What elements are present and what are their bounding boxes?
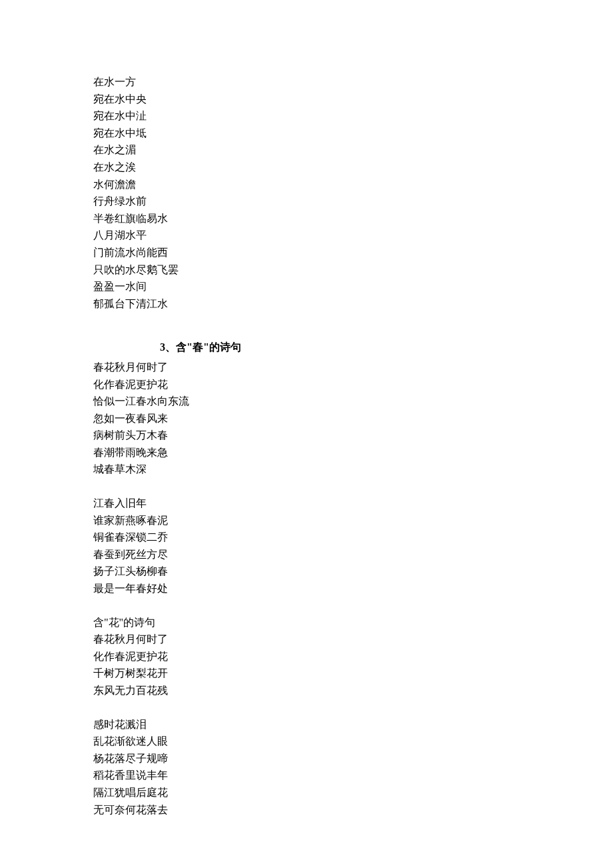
poem-line: 只吹的水尽鹅飞罢 [93,261,520,279]
poem-line: 铜雀春深锁二乔 [93,529,520,546]
blank-line [93,699,520,716]
poem-line: 郁孤台下清江水 [93,295,520,313]
poem-line: 春蚕到死丝方尽 [93,546,520,563]
poem-line: 乱花渐欲迷人眼 [93,733,520,750]
document-page: 在水一方 宛在水中央 宛在水中沚 宛在水中坻 在水之湄 在水之涘 水何澹澹 行舟… [0,0,613,868]
poem-line: 化作春泥更护花 [93,376,520,393]
poem-line: 宛在水中坻 [93,125,520,142]
poem-line: 最是一年春好处 [93,580,520,597]
poem-line: 盈盈一水间 [93,278,520,295]
poem-line: 在水之湄 [93,141,520,159]
poem-line: 门前流水尚能西 [93,244,520,261]
poem-line: 春花秋月何时了 [93,631,520,648]
poem-line: 化作春泥更护花 [93,648,520,665]
poem-line: 病树前头万木春 [93,427,520,444]
poem-line: 在水之涘 [93,159,520,176]
poem-line: 无可奈何花落去 [93,801,520,819]
poem-line: 东风无力百花残 [93,682,520,699]
poem-line: 宛在水中沚 [93,107,520,125]
poem-line: 城春草木深 [93,461,520,478]
section-2-group-1: 春花秋月何时了 化作春泥更护花 恰似一江春水向东流 忽如一夜春风来 病树前头万木… [93,359,520,478]
poem-line: 隔江犹唱后庭花 [93,784,520,801]
poem-line: 千树万树梨花开 [93,665,520,682]
poem-line: 恰似一江春水向东流 [93,393,520,410]
section-2-group-4: 感时花溅泪 乱花渐欲迷人眼 杨花落尽子规啼 稻花香里说丰年 隔江犹唱后庭花 无可… [93,716,520,819]
poem-line: 稻花香里说丰年 [93,767,520,784]
poem-line: 八月湖水平 [93,227,520,244]
poem-line: 水何澹澹 [93,176,520,193]
poem-line: 扬子江头杨柳春 [93,563,520,580]
poem-line: 江春入旧年 [93,495,520,512]
section-2-group-3: 含"花"的诗句 春花秋月何时了 化作春泥更护花 千树万树梨花开 东风无力百花残 [93,614,520,699]
blank-line [93,478,520,495]
section-1: 在水一方 宛在水中央 宛在水中沚 宛在水中坻 在水之湄 在水之涘 水何澹澹 行舟… [93,73,520,312]
poem-line: 行舟绿水前 [93,193,520,210]
blank-line [93,597,520,614]
poem-line: 春潮带雨晚来急 [93,444,520,461]
section-2-group-2: 江春入旧年 谁家新燕啄春泥 铜雀春深锁二乔 春蚕到死丝方尽 扬子江头杨柳春 最是… [93,495,520,597]
poem-line: 杨花落尽子规啼 [93,750,520,767]
poem-line: 忽如一夜春风来 [93,410,520,427]
poem-line: 谁家新燕啄春泥 [93,512,520,529]
section-heading-3: 3、含"春"的诗句 [160,339,520,356]
poem-line: 感时花溅泪 [93,716,520,733]
poem-line: 半卷红旗临易水 [93,210,520,227]
poem-line: 在水一方 [93,73,520,91]
poem-line: 春花秋月何时了 [93,359,520,376]
poem-line: 宛在水中央 [93,91,520,108]
poem-line: 含"花"的诗句 [93,614,520,631]
